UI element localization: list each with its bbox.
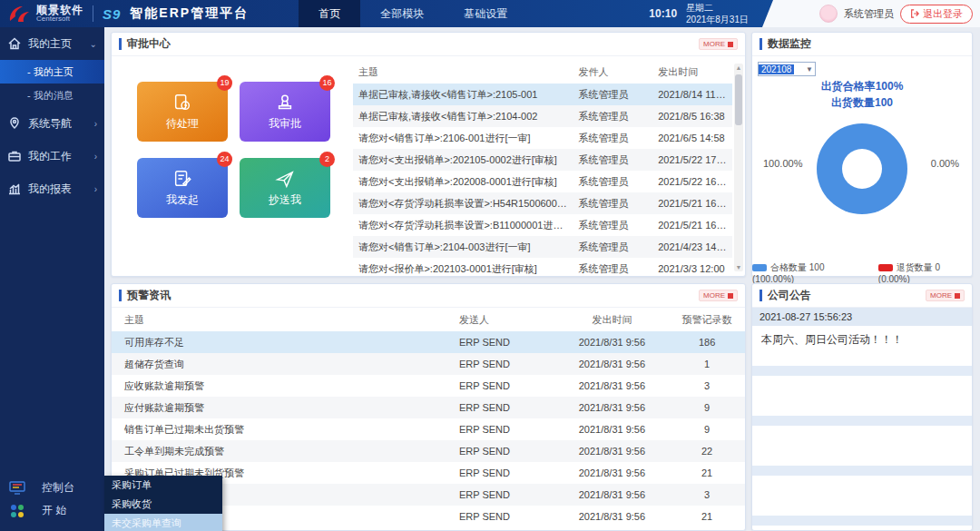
table-row[interactable]: 请您对<报价单>:202103-0001进行[审核]系统管理员2021/3/3 … — [353, 258, 732, 280]
header-user-area: 系统管理员 退出登录 — [819, 0, 973, 27]
table-row[interactable]: 请您对<支出报销单>:202008-0001进行[审核]系统管理员2021/5/… — [353, 171, 732, 192]
header-nav: 首页 全部模块 基础设置 — [299, 0, 527, 27]
chart-legend: 合格数量 100 (100.00%) 退货数量 0 (0.00%) — [752, 261, 972, 284]
notice-more-button[interactable]: MORE — [926, 290, 965, 301]
donut-ring — [817, 123, 907, 214]
chevron-right-icon: › — [94, 119, 97, 129]
logo-en: Centersoft — [36, 15, 83, 23]
centersoft-logo-icon — [7, 3, 31, 25]
logo-divider — [93, 5, 93, 22]
title-accent-bar — [119, 290, 122, 301]
table-row[interactable]: 超储存货查询ERP SEND2021/8/31 9:561 — [112, 353, 745, 375]
stamp-icon — [275, 93, 295, 113]
col-sender: 发件人 — [573, 60, 652, 84]
sidebar-subitem-my-messages[interactable]: 我的消息 — [0, 84, 104, 107]
table-row[interactable]: 应付账款逾期预警ERP SEND2021/8/31 9:569 — [112, 397, 745, 418]
donut-chart: 100.00% 0.00% — [752, 111, 972, 247]
more-icon — [728, 42, 733, 47]
tile-pending[interactable]: 19 待处理 — [137, 82, 228, 142]
title-accent-bar — [760, 38, 762, 50]
table-row[interactable]: 请您对<存货浮动耗损率设置>:H54R15006002进行[审核]系统管理员20… — [353, 192, 732, 214]
notice-divider — [752, 416, 972, 426]
table-row[interactable]: 销售订单已过期未出货预警ERP SEND2021/8/31 9:569 — [112, 418, 745, 440]
start-button[interactable]: 开 始 — [0, 499, 104, 522]
col-count: 预警记录数 — [669, 308, 745, 331]
cc-count-badge: 2 — [319, 152, 335, 167]
table-row[interactable]: 请您对<销售订单>:2104-003进行[一审]系统管理员2021/4/23 1… — [353, 236, 732, 258]
menu-item-purchase-order[interactable]: 采购订单 — [104, 476, 222, 495]
table-row[interactable]: 请您对<存货浮动耗损率设置>:B11000001进行[审核]系统管理员2021/… — [353, 214, 732, 236]
alerts-more-button[interactable]: MORE — [699, 290, 738, 301]
pending-count-badge: 19 — [217, 75, 232, 91]
table-row[interactable]: 请您对<支出报销单>:202105-0002进行[审核]系统管理员2021/5/… — [353, 149, 732, 171]
tile-my-approvals[interactable]: 16 我审批 — [240, 82, 330, 142]
erp-screen: 顺景软件 Centersoft S9 智能ERP管理平台 首页 全部模块 基础设… — [0, 0, 980, 531]
app-header: 顺景软件 Centersoft S9 智能ERP管理平台 首页 全部模块 基础设… — [0, 0, 980, 27]
console-button[interactable]: 控制台 — [0, 477, 104, 499]
approval-center-panel: 审批中心 MORE 19 待处理 16 我审批 24 我发起 — [111, 32, 746, 277]
notice-empty-row — [752, 426, 972, 466]
sidebar-item-my-work[interactable]: 我的工作 › — [0, 140, 104, 172]
nav-tab-home[interactable]: 首页 — [299, 0, 360, 27]
legend-swatch-return — [878, 264, 893, 271]
alerts-title: 预警资讯 — [127, 288, 171, 303]
sidebar-item-my-home[interactable]: 我的主页 ⌄ — [0, 27, 104, 60]
table-scrollbar[interactable]: ▲ ▼ — [734, 64, 743, 271]
approval-more-button[interactable]: MORE — [699, 38, 738, 50]
table-row[interactable]: 单据已审核,请接收<销售订单>:2104-002系统管理员2021/8/5 16… — [353, 105, 732, 127]
menu-item-purchase-receipt[interactable]: 采购收货 — [104, 495, 222, 514]
sidebar: 我的主页 ⌄ 我的主页 我的消息 系统导航 › 我的工作 › 我的报表 › 控制… — [0, 27, 104, 531]
period-select[interactable]: 202108 ▼ — [758, 62, 816, 76]
scroll-down-arrow[interactable]: ▼ — [734, 264, 743, 270]
data-monitor-panel: 数据监控 202108 ▼ 出货合格率100% 出货数量100 100.00% … — [751, 32, 973, 277]
menu-item-open-po-query[interactable]: 未交采购单查询 — [104, 514, 222, 531]
date: 2021年8月31日 — [686, 15, 749, 25]
notice-empty-row — [752, 476, 972, 516]
avatar[interactable] — [819, 5, 838, 23]
notice-date: 2021-08-27 15:56:23 — [752, 308, 972, 326]
sidebar-subitem-my-home[interactable]: 我的主页 — [0, 60, 104, 84]
notice-content[interactable]: 本周六、周日公司活动！！！ — [752, 326, 972, 366]
col-subject: 主题 — [353, 60, 573, 84]
tile-initiated-by-me[interactable]: 24 我发起 — [137, 158, 228, 218]
location-pin-icon — [7, 116, 22, 131]
paper-plane-icon — [275, 169, 295, 189]
right-percent-label: 0.00% — [931, 158, 959, 169]
table-row[interactable]: 工令单到期未完成预警ERP SEND2021/8/31 9:5622 — [112, 440, 745, 462]
table-row[interactable]: 应收账款逾期预警ERP SEND2021/8/31 9:563 — [112, 375, 745, 397]
weekday: 星期二 — [686, 3, 713, 13]
data-monitor-title: 数据监控 — [768, 36, 811, 52]
select-chevron-icon: ▼ — [806, 65, 815, 74]
approval-tiles: 19 待处理 16 我审批 24 我发起 2 抄送我 — [112, 56, 349, 277]
notice-divider — [752, 366, 972, 376]
logout-icon — [910, 9, 919, 18]
sidebar-item-system-nav[interactable]: 系统导航 › — [0, 107, 104, 140]
table-row[interactable]: 请您对<销售订单>:2106-001进行[一审]系统管理员2021/6/5 14… — [353, 127, 732, 149]
col-subject: 主题 — [112, 308, 454, 331]
more-icon — [728, 293, 733, 299]
notice-empty-row — [752, 376, 972, 416]
company-notice-panel: 公司公告 MORE 2021-08-27 15:56:23 本周六、周日公司活动… — [751, 283, 973, 531]
title-accent-bar — [760, 290, 762, 301]
col-sender: 发送人 — [454, 308, 555, 331]
tile-cc-to-me[interactable]: 2 抄送我 — [240, 158, 330, 218]
my-approvals-count-badge: 16 — [319, 75, 335, 91]
scroll-thumb[interactable] — [735, 74, 742, 125]
nav-tab-settings[interactable]: 基础设置 — [444, 0, 527, 27]
title-accent-bar — [119, 38, 122, 50]
logo-area: 顺景软件 Centersoft S9 智能ERP管理平台 — [0, 3, 249, 25]
nav-tab-modules[interactable]: 全部模块 — [360, 0, 444, 27]
table-row[interactable]: 可用库存不足ERP SEND2021/8/31 9:56186 — [112, 331, 745, 353]
sidebar-item-my-reports[interactable]: 我的报表 › — [0, 172, 104, 205]
logout-button[interactable]: 退出登录 — [900, 5, 973, 24]
notice-divider — [752, 466, 972, 476]
chevron-down-icon: ⌄ — [90, 39, 97, 49]
pass-rate-text: 出货合格率100% — [752, 78, 972, 94]
sidebar-bottom: 控制台 开 始 — [0, 471, 104, 531]
notice-divider — [752, 516, 972, 526]
col-time: 发出时间 — [555, 308, 670, 331]
scroll-up-arrow[interactable]: ▲ — [734, 64, 743, 71]
document-pen-icon — [172, 169, 192, 189]
table-row[interactable]: 单据已审核,请接收<销售订单>:2105-001系统管理员2021/8/14 1… — [353, 84, 732, 105]
start-dots-icon — [9, 504, 25, 518]
